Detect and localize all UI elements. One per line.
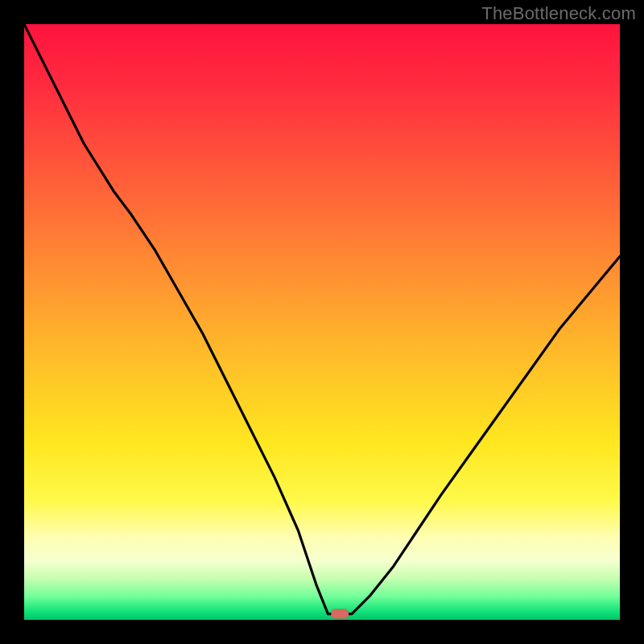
plot-area (24, 24, 620, 620)
watermark-text: TheBottleneck.com (481, 3, 636, 24)
chart-frame: TheBottleneck.com (0, 0, 644, 644)
curve-overlay (24, 24, 620, 620)
minimum-marker (331, 609, 349, 619)
bottleneck-curve (24, 24, 620, 614)
